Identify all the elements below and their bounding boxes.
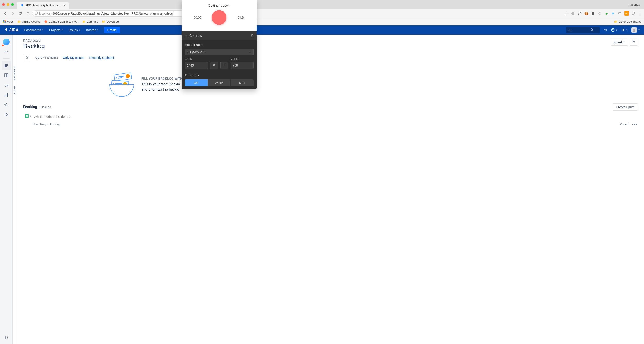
board-switcher-button[interactable]: Board ▼ [611, 39, 628, 46]
back-button[interactable] [2, 10, 8, 17]
jira-logo[interactable]: JIRA [4, 27, 18, 33]
epics-panel-tab[interactable]: EPICS [13, 86, 16, 94]
recorder-settings-icon[interactable]: ⚙ [250, 33, 254, 37]
aspect-ratio-select[interactable]: 1:1 (512x512) ▼ [185, 49, 254, 55]
off-ext-icon[interactable]: off [624, 11, 629, 16]
url-bar[interactable]: ⓘ localhost:8080/secure/RapidBoard.jspa?… [32, 10, 207, 17]
controls-header[interactable]: ▼ Controls ⚙ [182, 31, 257, 40]
quick-filters-label: QUICK FILTERS: [35, 56, 58, 59]
jira-top-nav: JIRA Dashboards▼ Projects▼ Issues▼ Board… [0, 25, 644, 35]
tab-close-icon[interactable]: × [64, 4, 66, 7]
browser-tab[interactable]: PROJ board - Agile Board - JIR × [17, 2, 69, 9]
settings-icon[interactable]: ▼ [621, 28, 628, 32]
chevron-up-icon [632, 41, 635, 44]
width-input[interactable] [185, 62, 208, 69]
site-info-icon[interactable]: ⓘ [35, 12, 38, 16]
sidebar-more-button[interactable]: ••• [2, 47, 11, 56]
monitor-ext-icon[interactable] [618, 11, 622, 16]
caret-down-icon: ▼ [623, 41, 625, 44]
empty-state-heading: FILL YOUR BACKLOG WITH IS [142, 77, 186, 80]
backlog-header: Backlog 0 issues Create Sprint [23, 104, 638, 111]
tab-title: PROJ board - Agile Board - JIR [25, 4, 62, 7]
nav-boards[interactable]: Boards▼ [86, 28, 99, 32]
sidebar-releases[interactable] [2, 81, 11, 90]
svg-rect-11 [5, 22, 6, 23]
issue-type-selector[interactable]: ▼ [25, 114, 32, 118]
window-maximize-button[interactable] [11, 3, 14, 6]
project-name: PROJ board [23, 39, 45, 42]
caret-down-icon: ▼ [638, 29, 640, 31]
height-input[interactable] [231, 62, 254, 69]
extension-icons: f? 🍪 ◆ ✻ off ⓘ ⋮ [564, 11, 642, 16]
sidebar-divider [3, 59, 10, 59]
puzzle-ext-icon[interactable]: ◆ [604, 11, 609, 16]
caret-down-icon: ▼ [97, 29, 99, 31]
svg-point-0 [572, 12, 574, 15]
window-close-button[interactable] [2, 3, 5, 6]
svg-rect-6 [3, 21, 4, 22]
swap-dimensions-button[interactable] [210, 62, 218, 69]
folder-icon: 📁 [82, 20, 86, 23]
sidebar-issues-search[interactable] [2, 100, 11, 109]
filter-only-my-issues[interactable]: Only My Issues [63, 56, 84, 60]
backlog-issue-count: 0 issues [40, 105, 51, 109]
more-actions-button[interactable]: ••• [632, 122, 638, 127]
create-sprint-button[interactable]: Create Sprint [613, 104, 638, 111]
record-button[interactable] [212, 10, 226, 25]
info-ext-icon[interactable]: ⓘ [631, 11, 636, 16]
create-button[interactable]: Create [104, 27, 120, 33]
svg-rect-4 [4, 20, 5, 21]
nav-dashboards[interactable]: Dashboards▼ [24, 28, 44, 32]
project-sidebar: ••• [0, 35, 12, 344]
cookie-icon[interactable]: 🍪 [584, 11, 588, 16]
profile-menu[interactable]: ▼ [632, 27, 640, 33]
whatfont-icon[interactable]: f? [577, 11, 582, 16]
caret-up-icon: ▼ [185, 34, 187, 37]
link-dimensions-button[interactable] [220, 62, 228, 69]
reload-button[interactable] [17, 10, 24, 17]
sidebar-board[interactable] [2, 71, 11, 80]
help-icon[interactable]: ?▼ [611, 28, 618, 32]
versions-panel-tab[interactable]: VERSIONS [13, 67, 16, 80]
feedback-icon[interactable] [603, 28, 607, 32]
apps-button[interactable]: Apps [3, 20, 14, 24]
export-mp4-button[interactable]: MP4 [231, 79, 254, 86]
asterisk-ext-icon[interactable]: ✻ [611, 11, 615, 16]
eyedropper-icon[interactable] [564, 11, 568, 16]
export-gif-button[interactable]: GIF [185, 79, 208, 86]
other-bookmarks[interactable]: 📁Other Bookmarks [614, 20, 641, 23]
svg-point-27 [26, 57, 28, 59]
quick-filter-search-button[interactable] [23, 54, 30, 61]
bookmark-developer[interactable]: 📁Developer [102, 20, 120, 23]
sidebar-components[interactable] [2, 110, 11, 119]
circle-ext-icon[interactable] [598, 11, 602, 16]
svg-rect-19 [5, 66, 7, 67]
bookmark-learning[interactable]: 📁Learning [82, 20, 98, 23]
forward-button[interactable] [10, 10, 16, 17]
collapse-button[interactable] [630, 39, 638, 46]
export-format-toggle: GIF WebM MP4 [185, 79, 254, 86]
sidebar-backlog[interactable] [2, 61, 11, 70]
nav-projects[interactable]: Projects▼ [49, 28, 63, 32]
window-minimize-button[interactable] [7, 3, 10, 6]
sidebar-settings[interactable] [2, 333, 11, 342]
bookmark-canada-banking[interactable]: 🍁Canada Banking, Inv… [44, 20, 79, 23]
backlog-section: Backlog 0 issues Create Sprint ▼ New Sto… [23, 104, 638, 127]
chat-icon[interactable] [570, 11, 575, 16]
search-box[interactable] [566, 27, 600, 33]
search-input[interactable] [568, 29, 588, 32]
filter-recently-updated[interactable]: Recently Updated [89, 56, 114, 60]
sidebar-reports[interactable] [2, 91, 11, 99]
export-webm-button[interactable]: WebM [208, 79, 231, 86]
home-button[interactable] [24, 10, 31, 17]
cancel-link[interactable]: Cancel [620, 123, 629, 126]
browser-menu-icon[interactable]: ⋮ [638, 11, 642, 16]
profile-name[interactable]: Anubhav [628, 3, 642, 6]
project-avatar-button[interactable] [2, 37, 11, 46]
search-icon [590, 28, 594, 32]
nav-issues[interactable]: Issues▼ [69, 28, 80, 32]
evernote-icon[interactable] [591, 11, 595, 16]
new-story-input[interactable] [34, 114, 638, 119]
svg-rect-10 [4, 22, 5, 23]
bookmark-online-course[interactable]: 📁Online Course [17, 20, 40, 23]
